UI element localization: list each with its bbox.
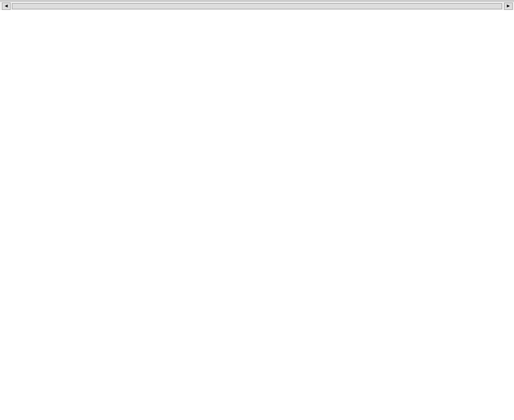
scroll-left-button[interactable]: ◄ [2,2,11,10]
scroll-right-button[interactable]: ► [504,2,513,10]
scroll-track[interactable] [12,3,502,9]
horizontal-scrollbar[interactable]: ◄ ► [0,1,514,10]
